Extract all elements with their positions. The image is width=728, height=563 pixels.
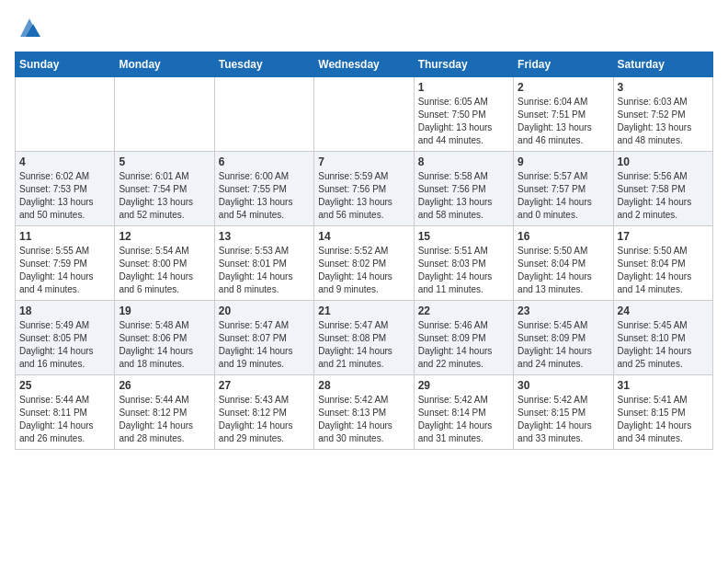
day-info: Sunrise: 5:56 AM Sunset: 7:58 PM Dayligh… xyxy=(618,170,709,222)
day-info: Sunrise: 5:42 AM Sunset: 8:13 PM Dayligh… xyxy=(318,394,409,445)
day-number: 6 xyxy=(219,155,310,168)
day-number: 23 xyxy=(518,304,609,317)
calendar-cell: 1Sunrise: 6:05 AM Sunset: 7:50 PM Daylig… xyxy=(414,77,513,152)
day-number: 14 xyxy=(318,230,409,243)
day-info: Sunrise: 6:04 AM Sunset: 7:51 PM Dayligh… xyxy=(518,96,609,147)
calendar-cell: 12Sunrise: 5:54 AM Sunset: 8:00 PM Dayli… xyxy=(115,226,214,301)
day-info: Sunrise: 5:49 AM Sunset: 8:05 PM Dayligh… xyxy=(19,319,110,371)
weekday-header: Wednesday xyxy=(314,52,414,77)
day-info: Sunrise: 6:01 AM Sunset: 7:54 PM Dayligh… xyxy=(119,170,210,222)
calendar-cell: 21Sunrise: 5:47 AM Sunset: 8:08 PM Dayli… xyxy=(314,301,414,375)
day-info: Sunrise: 5:41 AM Sunset: 8:15 PM Dayligh… xyxy=(618,394,709,445)
day-number: 26 xyxy=(119,379,210,392)
day-number: 31 xyxy=(618,379,709,392)
day-number: 21 xyxy=(318,304,409,317)
day-info: Sunrise: 5:44 AM Sunset: 8:11 PM Dayligh… xyxy=(19,394,110,445)
logo-icon xyxy=(17,15,42,40)
day-info: Sunrise: 5:58 AM Sunset: 7:56 PM Dayligh… xyxy=(418,170,509,222)
day-number: 20 xyxy=(219,304,310,317)
day-info: Sunrise: 5:46 AM Sunset: 8:09 PM Dayligh… xyxy=(418,319,509,371)
calendar-cell: 9Sunrise: 5:57 AM Sunset: 7:57 PM Daylig… xyxy=(514,152,613,226)
weekday-header: Monday xyxy=(115,52,214,77)
day-number: 29 xyxy=(418,379,509,392)
day-number: 28 xyxy=(318,379,409,392)
calendar-cell: 6Sunrise: 6:00 AM Sunset: 7:55 PM Daylig… xyxy=(214,152,313,226)
day-number: 9 xyxy=(518,155,609,168)
day-info: Sunrise: 5:59 AM Sunset: 7:56 PM Dayligh… xyxy=(318,170,409,222)
day-info: Sunrise: 5:50 AM Sunset: 8:04 PM Dayligh… xyxy=(618,245,709,296)
calendar-cell: 16Sunrise: 5:50 AM Sunset: 8:04 PM Dayli… xyxy=(514,226,613,301)
day-number: 22 xyxy=(418,304,509,317)
day-number: 2 xyxy=(518,81,609,94)
day-info: Sunrise: 6:05 AM Sunset: 7:50 PM Dayligh… xyxy=(418,96,509,147)
day-number: 25 xyxy=(19,379,110,392)
day-number: 3 xyxy=(618,81,709,94)
day-info: Sunrise: 6:03 AM Sunset: 7:52 PM Dayligh… xyxy=(618,96,709,147)
calendar-cell: 29Sunrise: 5:42 AM Sunset: 8:14 PM Dayli… xyxy=(414,375,513,450)
calendar-week-row: 18Sunrise: 5:49 AM Sunset: 8:05 PM Dayli… xyxy=(16,301,713,375)
calendar-cell: 22Sunrise: 5:46 AM Sunset: 8:09 PM Dayli… xyxy=(414,301,513,375)
calendar-week-row: 4Sunrise: 6:02 AM Sunset: 7:53 PM Daylig… xyxy=(16,152,713,226)
day-info: Sunrise: 5:43 AM Sunset: 8:12 PM Dayligh… xyxy=(219,394,310,445)
calendar-cell: 4Sunrise: 6:02 AM Sunset: 7:53 PM Daylig… xyxy=(16,152,115,226)
calendar-cell: 17Sunrise: 5:50 AM Sunset: 8:04 PM Dayli… xyxy=(613,226,712,301)
calendar-table: SundayMondayTuesdayWednesdayThursdayFrid… xyxy=(15,52,713,450)
day-info: Sunrise: 5:45 AM Sunset: 8:09 PM Dayligh… xyxy=(518,319,609,371)
day-number: 17 xyxy=(618,230,709,243)
day-info: Sunrise: 5:50 AM Sunset: 8:04 PM Dayligh… xyxy=(518,245,609,296)
day-info: Sunrise: 5:42 AM Sunset: 8:14 PM Dayligh… xyxy=(418,394,509,445)
calendar-cell: 23Sunrise: 5:45 AM Sunset: 8:09 PM Dayli… xyxy=(514,301,613,375)
calendar-cell: 7Sunrise: 5:59 AM Sunset: 7:56 PM Daylig… xyxy=(314,152,414,226)
calendar-cell: 14Sunrise: 5:52 AM Sunset: 8:02 PM Dayli… xyxy=(314,226,414,301)
calendar-cell: 26Sunrise: 5:44 AM Sunset: 8:12 PM Dayli… xyxy=(115,375,214,450)
day-number: 16 xyxy=(518,230,609,243)
calendar-cell: 3Sunrise: 6:03 AM Sunset: 7:52 PM Daylig… xyxy=(613,77,712,152)
calendar-cell xyxy=(115,77,214,152)
calendar-cell: 10Sunrise: 5:56 AM Sunset: 7:58 PM Dayli… xyxy=(613,152,712,226)
calendar-cell: 24Sunrise: 5:45 AM Sunset: 8:10 PM Dayli… xyxy=(613,301,712,375)
calendar-cell: 15Sunrise: 5:51 AM Sunset: 8:03 PM Dayli… xyxy=(414,226,513,301)
calendar-cell: 30Sunrise: 5:42 AM Sunset: 8:15 PM Dayli… xyxy=(514,375,613,450)
calendar-cell: 11Sunrise: 5:55 AM Sunset: 7:59 PM Dayli… xyxy=(16,226,115,301)
day-number: 24 xyxy=(618,304,709,317)
calendar-week-row: 11Sunrise: 5:55 AM Sunset: 7:59 PM Dayli… xyxy=(16,226,713,301)
day-info: Sunrise: 5:51 AM Sunset: 8:03 PM Dayligh… xyxy=(418,245,509,296)
day-number: 7 xyxy=(318,155,409,168)
calendar-cell xyxy=(16,77,115,152)
calendar-cell: 5Sunrise: 6:01 AM Sunset: 7:54 PM Daylig… xyxy=(115,152,214,226)
day-number: 8 xyxy=(418,155,509,168)
day-info: Sunrise: 5:55 AM Sunset: 7:59 PM Dayligh… xyxy=(19,245,110,296)
day-info: Sunrise: 5:57 AM Sunset: 7:57 PM Dayligh… xyxy=(518,170,609,222)
calendar-cell xyxy=(214,77,313,152)
day-info: Sunrise: 5:52 AM Sunset: 8:02 PM Dayligh… xyxy=(318,245,409,296)
day-number: 27 xyxy=(219,379,310,392)
calendar-week-row: 1Sunrise: 6:05 AM Sunset: 7:50 PM Daylig… xyxy=(16,77,713,152)
day-info: Sunrise: 6:02 AM Sunset: 7:53 PM Dayligh… xyxy=(19,170,110,222)
day-number: 4 xyxy=(19,155,110,168)
day-info: Sunrise: 5:47 AM Sunset: 8:07 PM Dayligh… xyxy=(219,319,310,371)
day-info: Sunrise: 5:44 AM Sunset: 8:12 PM Dayligh… xyxy=(119,394,210,445)
calendar-cell: 13Sunrise: 5:53 AM Sunset: 8:01 PM Dayli… xyxy=(214,226,313,301)
weekday-header: Saturday xyxy=(613,52,712,77)
page-header xyxy=(15,15,713,40)
weekday-header: Tuesday xyxy=(214,52,313,77)
day-info: Sunrise: 5:48 AM Sunset: 8:06 PM Dayligh… xyxy=(119,319,210,371)
day-number: 5 xyxy=(119,155,210,168)
day-info: Sunrise: 5:42 AM Sunset: 8:15 PM Dayligh… xyxy=(518,394,609,445)
day-info: Sunrise: 5:47 AM Sunset: 8:08 PM Dayligh… xyxy=(318,319,409,371)
day-number: 18 xyxy=(19,304,110,317)
calendar-cell: 20Sunrise: 5:47 AM Sunset: 8:07 PM Dayli… xyxy=(214,301,313,375)
calendar-cell: 8Sunrise: 5:58 AM Sunset: 7:56 PM Daylig… xyxy=(414,152,513,226)
day-number: 1 xyxy=(418,81,509,94)
weekday-header: Friday xyxy=(514,52,613,77)
calendar-cell: 2Sunrise: 6:04 AM Sunset: 7:51 PM Daylig… xyxy=(514,77,613,152)
calendar-week-row: 25Sunrise: 5:44 AM Sunset: 8:11 PM Dayli… xyxy=(16,375,713,450)
calendar-cell: 18Sunrise: 5:49 AM Sunset: 8:05 PM Dayli… xyxy=(16,301,115,375)
calendar-cell: 19Sunrise: 5:48 AM Sunset: 8:06 PM Dayli… xyxy=(115,301,214,375)
day-info: Sunrise: 5:54 AM Sunset: 8:00 PM Dayligh… xyxy=(119,245,210,296)
calendar-cell: 31Sunrise: 5:41 AM Sunset: 8:15 PM Dayli… xyxy=(613,375,712,450)
day-number: 15 xyxy=(418,230,509,243)
day-number: 30 xyxy=(518,379,609,392)
day-number: 12 xyxy=(119,230,210,243)
calendar-header: SundayMondayTuesdayWednesdayThursdayFrid… xyxy=(16,52,713,77)
